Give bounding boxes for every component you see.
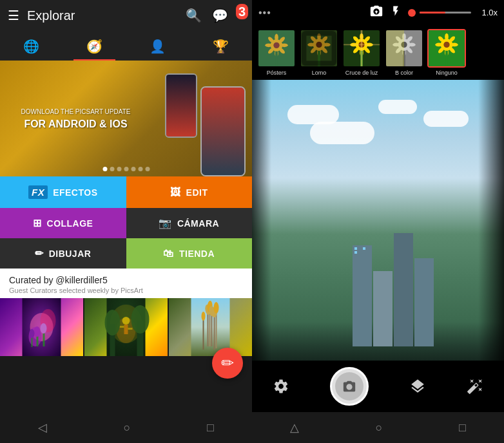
filter-bcolor-label: B color	[395, 70, 413, 76]
filter-posters-thumb	[257, 29, 296, 68]
collage-icon: ⊞	[33, 217, 42, 229]
buildings	[353, 220, 504, 346]
curated-title: Curated by @killerdiller5	[9, 275, 243, 285]
camera-view	[252, 80, 504, 361]
store-label: TIENDA	[179, 249, 215, 259]
camera-icon: 📷	[159, 217, 172, 229]
back-button-right[interactable]: △	[290, 420, 299, 435]
fx-button[interactable]: FX EFECTOS	[0, 176, 126, 208]
photo-container: ✏	[0, 298, 252, 412]
layers-button[interactable]	[409, 378, 426, 395]
tab-profile[interactable]: 👤	[137, 35, 179, 59]
draw-button[interactable]: ✏ DIBUJAR	[0, 238, 126, 269]
home-button[interactable]: ○	[124, 421, 131, 435]
shutter-button[interactable]	[330, 367, 369, 406]
filter-cross-light[interactable]: Cruce de luz	[342, 29, 381, 76]
svg-point-97	[435, 43, 442, 47]
edit-button[interactable]: 🖼 EDIT	[126, 176, 253, 208]
svg-point-7	[41, 323, 47, 334]
svg-rect-15	[120, 326, 124, 328]
tab-compass[interactable]: 🧭	[73, 35, 115, 59]
camera-bg	[252, 80, 504, 361]
camera-shutter-icon	[342, 379, 356, 393]
notification-icon-wrapper[interactable]: 💬 3	[212, 8, 244, 23]
building-3	[394, 233, 413, 347]
filter-cross-light-thumb	[342, 29, 381, 68]
dot-3	[117, 167, 121, 171]
recents-button[interactable]: □	[207, 421, 214, 435]
phone-screen	[202, 88, 244, 175]
slider-track	[420, 12, 471, 14]
tab-global[interactable]: 🌐	[10, 35, 52, 59]
dot-1	[102, 167, 107, 171]
store-button[interactable]: 🛍 TIENDA	[126, 238, 253, 269]
left-panel: ☰ Explorar 🔍 💬 3 🌐 🧭 👤 🏆 DOWNLOAD THE PI…	[0, 0, 252, 443]
phone-mockup	[200, 86, 246, 176]
nav-tabs: 🌐 🧭 👤 🏆	[0, 31, 252, 61]
options-dots-icon[interactable]: •••	[258, 7, 271, 19]
action-grid: FX EFECTOS 🖼 EDIT ⊞ COLLAGE 📷 CÁMARA ✏ D…	[0, 176, 252, 269]
cloud-2	[378, 100, 417, 114]
slider-indicator	[408, 9, 416, 17]
filter-bcolor[interactable]: B color	[385, 29, 423, 76]
dot-2	[110, 167, 114, 171]
photo-cell-2[interactable]	[84, 298, 168, 356]
photo-cell-3[interactable]	[169, 298, 252, 356]
camera-bottom-bar	[252, 361, 504, 412]
photo-cell-1[interactable]	[0, 298, 83, 356]
building-2	[373, 271, 393, 347]
draw-label: DIBUJAR	[49, 249, 92, 259]
recents-button-right[interactable]: □	[459, 421, 466, 435]
cloud-3	[310, 122, 374, 144]
settings-button[interactable]	[273, 378, 289, 395]
camera-flip-button[interactable]	[369, 4, 383, 21]
svg-point-91	[445, 33, 449, 41]
svg-rect-99	[445, 51, 448, 66]
dot-5	[131, 167, 135, 171]
building-1	[353, 245, 372, 346]
promo-banner: DOWNLOAD THE PICSART UPDATE FOR ANDROID …	[0, 61, 252, 176]
filter-none-thumb	[427, 29, 466, 68]
svg-rect-24	[211, 312, 213, 346]
svg-rect-14	[124, 325, 128, 334]
home-button-right[interactable]: ○	[376, 421, 383, 435]
tab-trophy[interactable]: 🏆	[200, 35, 242, 59]
cloud-4	[423, 111, 469, 127]
filter-lomo[interactable]: Lomo	[300, 29, 338, 76]
svg-point-5	[34, 326, 41, 337]
filter-posters[interactable]: Pósters	[257, 29, 296, 76]
top-bar: ☰ Explorar 🔍 💬 3	[0, 0, 252, 31]
collage-button[interactable]: ⊞ COLLAGE	[0, 208, 126, 238]
flash-icon	[390, 4, 402, 18]
search-icon[interactable]: 🔍	[186, 8, 202, 23]
curated-section: Curated by @killerdiller5 Guest Curators…	[0, 269, 252, 298]
bottom-nav-right: △ ○ □	[252, 412, 504, 443]
settings-icon	[273, 378, 289, 395]
filter-strip: Pósters	[252, 25, 504, 80]
menu-icon[interactable]: ☰	[8, 8, 19, 23]
magic-wand-button[interactable]	[467, 378, 483, 395]
filter-posters-label: Pósters	[267, 70, 287, 76]
svg-point-9	[30, 329, 35, 338]
camera-button[interactable]: 📷 CÁMARA	[126, 208, 253, 238]
dot-6	[138, 167, 142, 171]
filter-lomo-thumb	[300, 29, 338, 68]
building-4	[414, 258, 434, 346]
slider-fill	[420, 12, 445, 14]
curated-subtitle: Guest Curators selected weekly by PicsAr…	[9, 287, 243, 294]
svg-rect-87	[386, 30, 404, 66]
fab-edit-button[interactable]: ✏	[212, 348, 243, 379]
notification-badge: 3	[236, 4, 248, 19]
svg-point-93	[451, 43, 458, 47]
shutter-inner	[335, 372, 363, 401]
app-title: Explorar	[27, 8, 186, 23]
svg-point-90	[443, 42, 449, 48]
flash-button[interactable]	[390, 4, 402, 21]
filter-none[interactable]: Ninguno	[427, 29, 466, 76]
filter-lomo-label: Lomo	[312, 70, 327, 76]
svg-point-33	[214, 302, 219, 314]
svg-point-13	[122, 317, 130, 325]
zoom-label: 1.0x	[481, 8, 498, 17]
brightness-slider[interactable]	[408, 9, 471, 17]
back-button[interactable]: ◁	[38, 420, 47, 435]
